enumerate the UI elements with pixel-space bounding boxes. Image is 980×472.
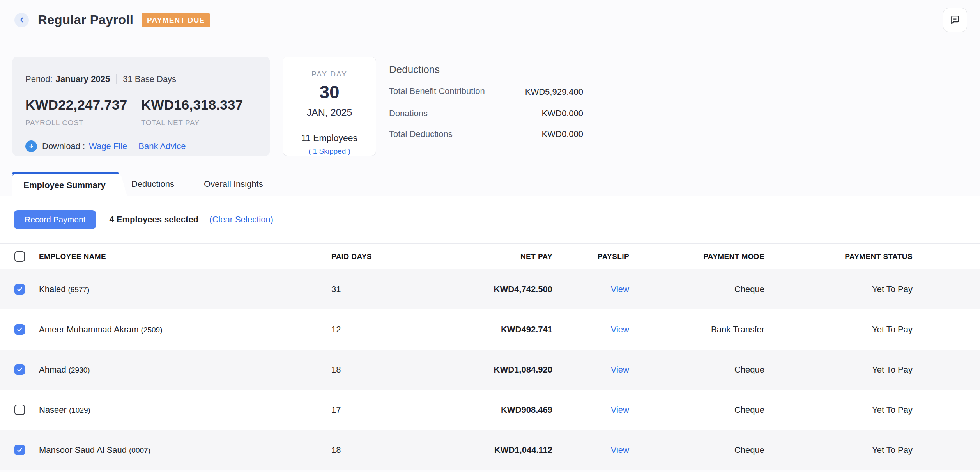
payment-mode: Cheque	[629, 365, 764, 375]
deductions-summary: Deductions Total Benefit Contribution KW…	[389, 57, 583, 139]
payment-mode: Bank Transfer	[629, 325, 764, 335]
payslip-view-link[interactable]: View	[611, 405, 629, 415]
payment-status: Yet To Pay	[764, 325, 913, 335]
back-button[interactable]	[14, 13, 29, 27]
row-checkbox[interactable]	[14, 364, 25, 375]
tab-deductions[interactable]: Deductions	[117, 172, 189, 196]
column-header-employee-name: EMPLOYEE NAME	[39, 252, 327, 261]
deductions-title: Deductions	[389, 64, 583, 76]
table-body: Khaled(6577) 31 KWD4,742.500 View Cheque…	[0, 269, 980, 470]
deduction-label-total-deductions: Total Deductions	[389, 129, 453, 139]
deduction-label-benefit-contribution[interactable]: Total Benefit Contribution	[389, 86, 485, 98]
vertical-divider	[116, 74, 117, 84]
tab-employee-summary[interactable]: Employee Summary	[12, 172, 117, 196]
employee-summary-panel: Record Payment 4 Employees selected (Cle…	[0, 196, 980, 470]
net-pay: KWD1,044.112	[421, 445, 552, 455]
net-pay: KWD4,742.500	[421, 284, 552, 295]
table-row[interactable]: Ahmad(2930) 18 KWD1,084.920 View Cheque …	[0, 350, 980, 390]
summary-section: Period: January 2025 31 Base Days KWD22,…	[0, 40, 980, 156]
table-row[interactable]: Khaled(6577) 31 KWD4,742.500 View Cheque…	[0, 269, 980, 309]
chevron-left-icon	[18, 16, 26, 24]
payroll-cost-value: KWD22,247.737	[25, 97, 141, 113]
column-header-paid-days: PAID DAYS	[327, 252, 421, 261]
total-net-pay-value: KWD16,318.337	[141, 97, 257, 113]
row-checkbox[interactable]	[14, 324, 25, 335]
column-header-payslip: PAYSLIP	[552, 252, 629, 261]
payment-mode: Cheque	[629, 445, 764, 455]
page-title: Regular Payroll	[38, 12, 133, 27]
page-header: Regular Payroll PAYMENT DUE	[0, 0, 980, 40]
employee-name: Naseer	[39, 405, 67, 415]
net-pay: KWD1,084.920	[421, 365, 552, 375]
row-checkbox[interactable]	[14, 445, 25, 455]
paid-days: 12	[327, 325, 421, 335]
payment-status: Yet To Pay	[764, 445, 913, 455]
employee-name: Khaled	[39, 284, 66, 294]
employee-name: Mansoor Saud Al Saud	[39, 445, 127, 455]
deduction-value-benefit-contribution: KWD5,929.400	[525, 87, 583, 97]
payment-status: Yet To Pay	[764, 365, 913, 375]
employee-name: Ameer Muhammad Akram	[39, 325, 139, 334]
tab-strip: Employee Summary Deductions Overall Insi…	[0, 172, 980, 196]
row-checkbox[interactable]	[14, 284, 25, 295]
period-value: January 2025	[56, 74, 110, 84]
employee-id: (1029)	[69, 406, 90, 414]
employee-id: (2509)	[141, 326, 163, 334]
tab-overall-insights[interactable]: Overall Insights	[189, 172, 278, 196]
column-header-net-pay: NET PAY	[421, 252, 552, 261]
table-row[interactable]: Naseer(1029) 17 KWD908.469 View Cheque Y…	[0, 390, 980, 430]
employee-count: 11 Employees	[283, 133, 376, 144]
total-net-pay-label: TOTAL NET PAY	[141, 119, 257, 127]
download-icon	[25, 140, 37, 152]
payday-day: 30	[283, 83, 376, 101]
table-row[interactable]: Ameer Muhammad Akram(2509) 12 KWD492.741…	[0, 309, 980, 350]
download-label: Download :	[42, 141, 85, 151]
actions-row: Record Payment 4 Employees selected (Cle…	[0, 210, 980, 229]
payment-mode: Cheque	[629, 284, 764, 295]
employee-id: (6577)	[68, 286, 90, 294]
payment-status: Yet To Pay	[764, 405, 913, 415]
skipped-count-link[interactable]: ( 1 Skipped )	[283, 147, 376, 156]
wage-file-link[interactable]: Wage File	[89, 141, 127, 151]
selected-count-text: 4 Employees selected	[109, 215, 198, 225]
deduction-value-donations: KWD0.000	[542, 108, 583, 119]
row-checkbox[interactable]	[14, 405, 25, 415]
payment-mode: Cheque	[629, 405, 764, 415]
payslip-view-link[interactable]: View	[611, 365, 629, 374]
payroll-cost-label: PAYROLL COST	[25, 119, 141, 127]
payslip-view-link[interactable]: View	[611, 325, 629, 334]
employee-name: Ahmad	[39, 365, 66, 374]
base-days: 31 Base Days	[123, 74, 176, 84]
payday-month-year: JAN, 2025	[283, 107, 376, 118]
horizontal-divider	[293, 126, 366, 126]
payday-label: PAY DAY	[283, 70, 376, 78]
deduction-label-donations: Donations	[389, 108, 428, 119]
payslip-view-link[interactable]: View	[611, 445, 629, 455]
paid-days: 31	[327, 284, 421, 295]
table-header: EMPLOYEE NAME PAID DAYS NET PAY PAYSLIP …	[0, 244, 980, 269]
payment-status: Yet To Pay	[764, 284, 913, 295]
paid-days: 18	[327, 365, 421, 375]
comment-button[interactable]	[943, 8, 967, 32]
vertical-divider	[133, 141, 133, 151]
payday-card: PAY DAY 30 JAN, 2025 11 Employees ( 1 Sk…	[283, 57, 376, 156]
select-all-checkbox[interactable]	[14, 251, 25, 262]
column-header-payment-mode: PAYMENT MODE	[629, 252, 764, 261]
bank-advice-link[interactable]: Bank Advice	[138, 141, 186, 151]
clear-selection-link[interactable]: (Clear Selection)	[209, 215, 273, 225]
payroll-page: Regular Payroll PAYMENT DUE Period: Janu…	[0, 0, 980, 472]
employee-id: (2930)	[69, 366, 90, 374]
paid-days: 18	[327, 445, 421, 455]
net-pay: KWD492.741	[421, 325, 552, 335]
comment-icon	[949, 14, 961, 26]
period-label: Period:	[25, 74, 53, 84]
employee-id: (0007)	[129, 446, 150, 454]
period-card: Period: January 2025 31 Base Days KWD22,…	[12, 57, 270, 156]
table-row[interactable]: Mansoor Saud Al Saud(0007) 18 KWD1,044.1…	[0, 430, 980, 470]
deduction-value-total-deductions: KWD0.000	[542, 129, 583, 139]
paid-days: 17	[327, 405, 421, 415]
status-badge: PAYMENT DUE	[142, 13, 210, 27]
payslip-view-link[interactable]: View	[611, 284, 629, 294]
column-header-payment-status: PAYMENT STATUS	[764, 252, 913, 261]
record-payment-button[interactable]: Record Payment	[14, 210, 96, 229]
